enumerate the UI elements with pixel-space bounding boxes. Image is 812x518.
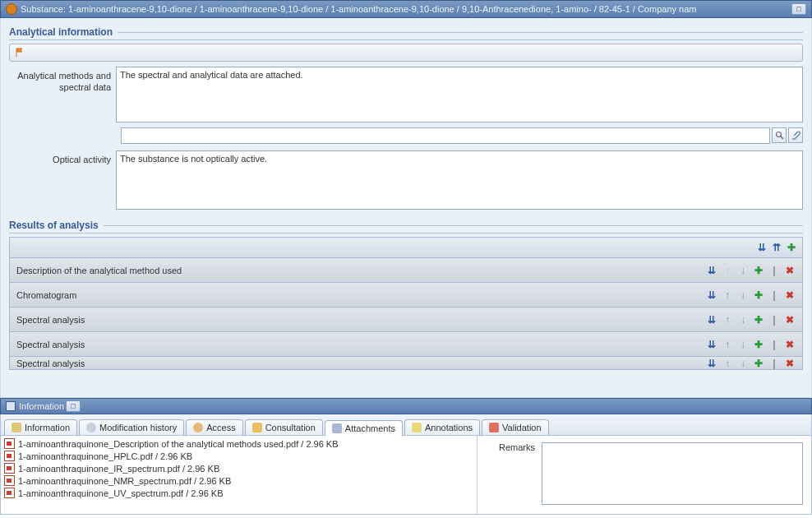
move-down-icon[interactable]: ↓ (737, 358, 749, 369)
separator: | (768, 265, 780, 276)
result-label: Spectral analysis (16, 358, 706, 368)
tab-modification-history[interactable]: Modification history (79, 419, 184, 435)
result-row: Spectral analysis ⇊ ↑ ↓ ✚ | ✖ (9, 308, 803, 332)
remarks-textarea[interactable] (542, 442, 803, 505)
add-icon[interactable]: ✚ (753, 289, 764, 301)
move-up-icon[interactable]: ↑ (722, 265, 733, 276)
result-label: Description of the analytical method use… (16, 266, 706, 275)
pencil-icon (252, 423, 262, 432)
attachment-row[interactable]: 1-aminoanthraquinone_Description of the … (4, 437, 473, 450)
tab-information[interactable]: Information (4, 419, 77, 435)
validate-icon (489, 423, 499, 432)
info-tabs: Information Modification history Access … (0, 414, 812, 436)
tab-label: Annotations (425, 423, 473, 432)
attachments-body: 1-aminoanthraquinone_Description of the … (0, 436, 812, 515)
expand-icon[interactable]: ⇊ (706, 289, 717, 301)
tab-label: Access (206, 423, 235, 432)
tab-consultation[interactable]: Consultation (245, 419, 323, 435)
tab-label: Consultation (265, 423, 316, 432)
tab-access[interactable]: Access (186, 419, 242, 435)
tab-label: Modification history (99, 423, 177, 432)
delete-icon[interactable]: ✖ (784, 339, 796, 350)
lookup-input[interactable] (121, 127, 770, 144)
pdf-icon (4, 463, 15, 474)
attachment-row[interactable]: 1-aminoanthraquinone_NMR_spectrum.pdf / … (4, 474, 473, 487)
delete-icon[interactable]: ✖ (784, 358, 796, 369)
delete-icon[interactable]: ✖ (784, 289, 796, 301)
attachment-row[interactable]: 1-aminoanthraquinone_HPLC.pdf / 2.96 KB (4, 450, 473, 462)
attachment-text: 1-aminoanthraquinone_Description of the … (18, 439, 339, 449)
results-heading-text: Results of analysis (9, 220, 99, 231)
info-panel-title: Information (19, 401, 64, 411)
attachment-row[interactable]: 1-aminoanthraquinone_IR_spectrum.pdf / 2… (4, 462, 473, 474)
methods-textarea[interactable] (116, 67, 803, 123)
field-analytical-methods: Analytical methods and spectral data (9, 67, 803, 124)
remarks-panel: Remarks (478, 436, 811, 514)
pdf-icon (4, 475, 15, 486)
search-icon[interactable] (772, 127, 787, 143)
attachment-text: 1-aminoanthraquinone_NMR_spectrum.pdf / … (18, 476, 231, 486)
main-content: Analytical information Analytical method… (0, 18, 812, 398)
delete-icon[interactable]: ✖ (784, 314, 796, 326)
attach-icon[interactable] (788, 127, 803, 143)
info-panel-icon (6, 401, 16, 411)
tab-attachments[interactable]: Attachments (325, 420, 403, 436)
add-icon[interactable]: ✚ (753, 314, 764, 326)
expand-icon[interactable]: ⇊ (706, 265, 717, 276)
section-results-heading: Results of analysis (9, 215, 803, 234)
maximize-button[interactable]: □ (791, 3, 806, 15)
section-analytical-heading: Analytical information (9, 21, 803, 40)
expand-icon[interactable]: ⇊ (706, 358, 717, 369)
optical-label: Optical activity (9, 150, 116, 211)
delete-icon[interactable]: ✖ (784, 265, 796, 276)
remarks-label: Remarks (486, 442, 535, 507)
move-up-icon[interactable]: ↑ (722, 339, 733, 350)
clock-icon (86, 423, 96, 432)
info-panel-titlebar: Information □ (0, 398, 812, 414)
optical-textarea[interactable] (116, 150, 803, 210)
move-down-icon[interactable]: ↓ (737, 289, 749, 301)
move-up-icon[interactable]: ↑ (722, 289, 733, 301)
result-label: Chromatogram (16, 290, 706, 300)
expand-icon[interactable]: ⇊ (706, 314, 717, 326)
result-row: Chromatogram ⇊ ↑ ↓ ✚ | ✖ (9, 283, 803, 308)
add-icon[interactable]: ✚ (753, 265, 764, 276)
collapse-all-icon[interactable]: ⇈ (771, 242, 782, 253)
attachment-row[interactable]: 1-aminoanthraquinone_UV_spectrum.pdf / 2… (4, 487, 473, 499)
tab-validation[interactable]: Validation (482, 419, 549, 435)
separator: | (768, 289, 780, 301)
add-icon[interactable]: ✚ (753, 358, 764, 369)
tab-label: Attachments (345, 423, 395, 433)
attachment-text: 1-aminoanthraquinone_HPLC.pdf / 2.96 KB (18, 451, 192, 461)
add-row-icon[interactable]: ✚ (786, 242, 797, 253)
add-icon[interactable]: ✚ (753, 339, 764, 350)
info-maximize-button[interactable]: □ (66, 400, 81, 412)
attachment-text: 1-aminoanthraquinone_UV_spectrum.pdf / 2… (18, 488, 224, 498)
tab-annotations[interactable]: Annotations (404, 419, 480, 435)
pdf-icon (4, 451, 15, 461)
result-label: Spectral analysis (16, 340, 706, 349)
expand-icon[interactable]: ⇊ (706, 339, 717, 350)
window-title: Substance: 1-aminoanthracene-9,10-dione … (21, 4, 696, 14)
result-label: Spectral analysis (16, 315, 706, 325)
user-icon (193, 423, 203, 432)
field-optical-activity: Optical activity (9, 150, 803, 211)
move-up-icon[interactable]: ↑ (722, 314, 733, 326)
expand-all-icon[interactable]: ⇊ (756, 242, 768, 253)
info-icon (12, 423, 21, 432)
separator: | (768, 339, 780, 350)
move-down-icon[interactable]: ↓ (737, 339, 749, 350)
tab-label: Information (25, 423, 70, 432)
svg-line-1 (781, 136, 783, 139)
result-row: Spectral analysis ⇊ ↑ ↓ ✚ | ✖ (9, 332, 803, 357)
move-down-icon[interactable]: ↓ (737, 265, 749, 276)
substance-icon (6, 3, 17, 15)
move-down-icon[interactable]: ↓ (737, 314, 749, 326)
window-titlebar: Substance: 1-aminoanthracene-9,10-dione … (0, 0, 812, 18)
lookup-row (121, 127, 803, 144)
result-row: Spectral analysis ⇊ ↑ ↓ ✚ | ✖ (9, 357, 803, 370)
move-up-icon[interactable]: ↑ (722, 358, 733, 369)
note-icon (412, 423, 422, 432)
paperclip-icon (332, 423, 342, 433)
flag-icon[interactable] (15, 48, 25, 58)
